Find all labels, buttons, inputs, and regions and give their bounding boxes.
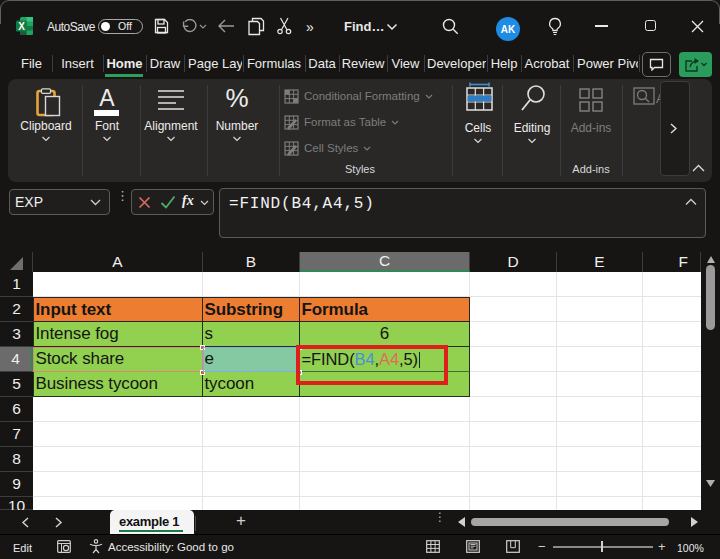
svg-text:X: X bbox=[18, 21, 25, 32]
